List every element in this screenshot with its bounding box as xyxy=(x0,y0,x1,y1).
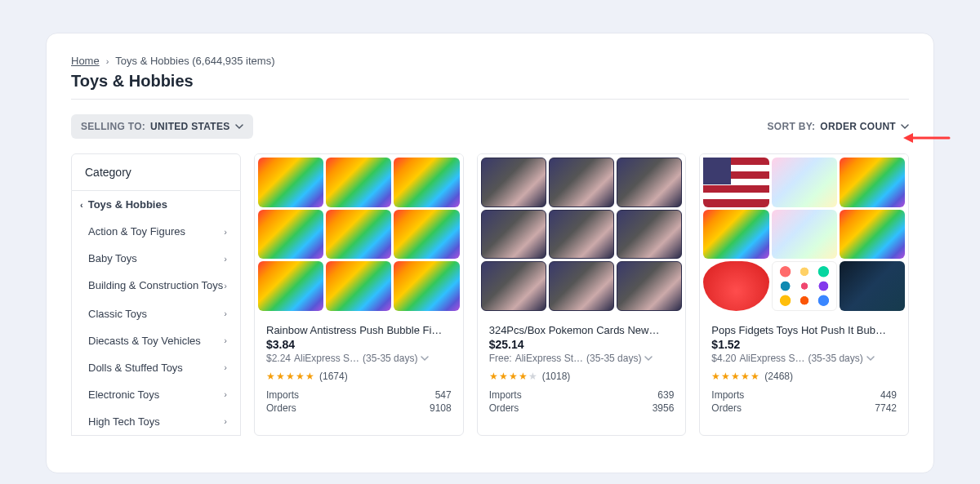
selling-to-dropdown[interactable]: SELLING TO: UNITED STATES xyxy=(71,114,253,139)
star-icon: ★ xyxy=(741,371,750,382)
product-title: Rainbow Antistress Push Bubble Fi… xyxy=(266,324,452,336)
product-price: $3.84 xyxy=(266,338,452,351)
rating-stars: ★★★★★ xyxy=(489,371,537,382)
product-card[interactable]: Rainbow Antistress Push Bubble Fi… $3.84… xyxy=(254,153,464,436)
product-card[interactable]: 324Pcs/Box Pokemon Cards New… $25.14 Fre… xyxy=(477,153,687,436)
product-price: $1.52 xyxy=(711,338,897,351)
shipping-eta: (35-35 days) xyxy=(586,353,641,364)
chevron-down-icon xyxy=(866,354,875,362)
chevron-right-icon: › xyxy=(106,56,109,66)
star-icon: ★ xyxy=(489,371,498,382)
orders-label: Orders xyxy=(489,402,519,414)
category-item[interactable]: Baby Toys› xyxy=(72,245,240,272)
chevron-right-icon: › xyxy=(224,254,227,264)
orders-value: 9108 xyxy=(430,402,452,414)
star-icon: ★ xyxy=(519,371,528,382)
star-icon: ★ xyxy=(721,371,730,382)
shipping-eta: (35-35 days) xyxy=(808,353,862,364)
orders-value: 7742 xyxy=(875,402,897,414)
chevron-right-icon: › xyxy=(224,227,227,237)
orders-value: 3956 xyxy=(653,402,675,414)
imports-value: 547 xyxy=(435,389,452,401)
shipping-carrier: AliExpress S… xyxy=(294,353,359,364)
rating-count: (1674) xyxy=(319,371,348,382)
imports-label: Imports xyxy=(266,389,299,401)
chevron-down-icon xyxy=(235,122,243,131)
breadcrumb: Home › Toys & Hobbies (6,644,935 items) xyxy=(71,55,909,67)
product-image[interactable] xyxy=(478,154,686,314)
imports-value: 449 xyxy=(880,389,897,401)
chevron-right-icon: › xyxy=(224,416,227,426)
page-title: Toys & Hobbies xyxy=(71,72,909,91)
chevron-left-icon: ‹ xyxy=(80,200,83,210)
chevron-right-icon: › xyxy=(224,335,227,345)
chevron-down-icon xyxy=(644,354,653,362)
star-icon: ★ xyxy=(286,371,295,382)
star-icon: ★ xyxy=(499,371,508,382)
product-title: Pops Fidgets Toys Hot Push It Bub… xyxy=(711,324,897,336)
divider xyxy=(71,99,909,100)
shipping-dropdown[interactable]: Free: AliExpress St… (35-35 days) xyxy=(489,353,675,364)
sort-by-dropdown[interactable]: SORT BY: ORDER COUNT xyxy=(768,121,909,132)
breadcrumb-current: Toys & Hobbies (6,644,935 items) xyxy=(115,55,274,67)
rating-stars: ★★★★★ xyxy=(266,371,314,382)
product-image[interactable] xyxy=(700,154,908,314)
selling-to-label: SELLING TO: xyxy=(81,121,145,132)
star-icon: ★ xyxy=(276,371,285,382)
rating-stars: ★★★★★ xyxy=(711,371,760,382)
selling-to-value: UNITED STATES xyxy=(150,121,229,132)
chevron-right-icon: › xyxy=(224,309,227,318)
chevron-down-icon xyxy=(421,354,429,362)
breadcrumb-home-link[interactable]: Home xyxy=(71,55,100,67)
chevron-right-icon: › xyxy=(224,389,227,399)
product-price: $25.14 xyxy=(489,338,675,351)
product-card[interactable]: Pops Fidgets Toys Hot Push It Bub… $1.52… xyxy=(699,153,909,436)
category-item[interactable]: Action & Toy Figures› xyxy=(72,218,240,245)
shipping-eta: (35-35 days) xyxy=(363,353,417,364)
star-icon: ★ xyxy=(751,371,760,382)
imports-label: Imports xyxy=(711,389,744,401)
chevron-down-icon xyxy=(901,122,909,131)
category-item[interactable]: Building & Construction Toys› xyxy=(72,272,240,300)
product-image[interactable] xyxy=(255,154,463,314)
chevron-right-icon: › xyxy=(224,281,227,291)
category-sidebar: Category ‹Toys & Hobbies Action & Toy Fi… xyxy=(71,153,241,436)
category-item[interactable]: Electronic Toys› xyxy=(72,381,240,408)
shipping-price: $4.20 xyxy=(711,353,736,364)
star-icon: ★ xyxy=(528,371,537,382)
category-header: Category xyxy=(71,153,241,191)
category-item[interactable]: High Tech Toys› xyxy=(72,408,240,435)
star-icon: ★ xyxy=(711,371,720,382)
shipping-dropdown[interactable]: $4.20 AliExpress S… (35-35 days) xyxy=(711,353,897,364)
sort-by-value: ORDER COUNT xyxy=(820,121,896,132)
star-icon: ★ xyxy=(296,371,305,382)
shipping-carrier: AliExpress S… xyxy=(739,353,804,364)
imports-value: 639 xyxy=(657,389,674,401)
imports-label: Imports xyxy=(489,389,522,401)
category-item[interactable]: Classic Toys› xyxy=(72,300,240,327)
category-parent[interactable]: ‹Toys & Hobbies xyxy=(72,191,240,218)
star-icon: ★ xyxy=(509,371,518,382)
shipping-price: Free: xyxy=(489,353,512,364)
shipping-carrier: AliExpress St… xyxy=(515,353,583,364)
category-item[interactable]: Diecasts & Toy Vehicles› xyxy=(72,327,240,354)
sort-by-label: SORT BY: xyxy=(768,121,816,132)
star-icon: ★ xyxy=(305,371,314,382)
category-item[interactable]: Dolls & Stuffed Toys› xyxy=(72,354,240,381)
orders-label: Orders xyxy=(266,402,296,414)
rating-count: (1018) xyxy=(542,371,571,382)
star-icon: ★ xyxy=(266,371,275,382)
shipping-price: $2.24 xyxy=(266,353,291,364)
star-icon: ★ xyxy=(731,371,740,382)
rating-count: (2468) xyxy=(764,371,793,382)
shipping-dropdown[interactable]: $2.24 AliExpress S… (35-35 days) xyxy=(266,353,452,364)
orders-label: Orders xyxy=(711,402,742,414)
chevron-right-icon: › xyxy=(224,362,227,372)
product-title: 324Pcs/Box Pokemon Cards New… xyxy=(489,324,675,336)
